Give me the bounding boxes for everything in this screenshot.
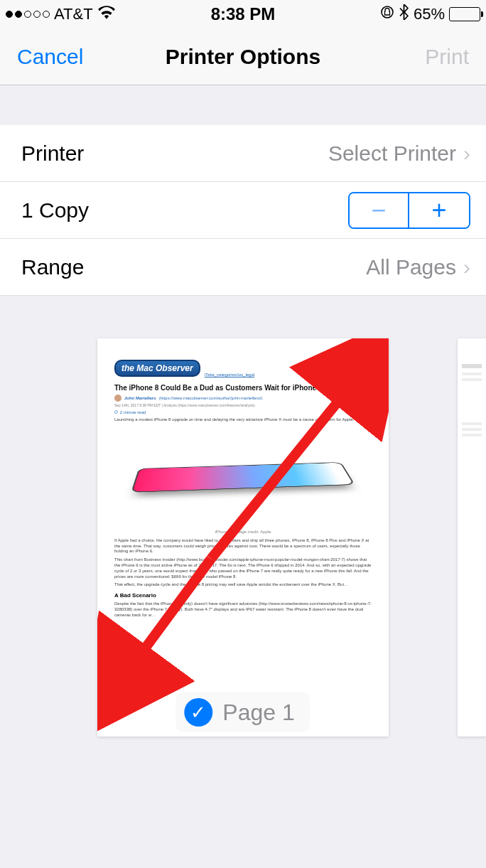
battery-icon [449, 7, 480, 21]
printer-value: Select Printer [328, 141, 456, 166]
article-headline: The iPhone 8 Could Be a Dud as Customers… [114, 384, 372, 392]
printer-row[interactable]: Printer Select Printer › [0, 125, 486, 182]
printer-label: Printer [21, 141, 84, 166]
author-avatar [114, 395, 122, 402]
cancel-button[interactable]: Cancel [17, 45, 83, 69]
paragraph: If Apple had a choice, the company would… [114, 538, 372, 554]
status-bar: AT&T 8:38 PM 65% [0, 0, 486, 28]
chevron-right-icon: › [463, 141, 470, 166]
chevron-right-icon: › [463, 255, 470, 279]
nav-bar: Cancel Printer Options Print [0, 28, 486, 85]
copies-stepper: − + [348, 192, 470, 229]
author-name: John Martellaro [124, 396, 156, 400]
range-label: Range [21, 255, 84, 279]
paragraph: That effect, the upgrade cycle and the i… [114, 582, 372, 588]
page-title: Printer Options [166, 45, 320, 69]
preview-area: the Mac Observer iTake_categories/ios_le… [0, 296, 486, 736]
image-caption: iPhone X. Image credit: Apple [114, 530, 372, 534]
group-spacer [0, 85, 486, 125]
range-value: All Pages [366, 255, 456, 279]
read-time: ⏱ 2 minute read [114, 410, 372, 414]
author-url: (https://www.macobserver.com/author/john… [159, 396, 263, 400]
subhead: A Bad Scenario [114, 592, 372, 599]
bluetooth-icon [399, 4, 409, 24]
status-right: 65% [380, 4, 480, 24]
page-badge: ✓ Page 1 [176, 692, 310, 732]
page-number-label: Page 1 [222, 700, 294, 726]
top-link: iTake_categories/ios_legal [205, 373, 254, 377]
battery-percent: 65% [414, 5, 445, 23]
signal-strength-icon [6, 11, 50, 18]
wifi-icon [97, 5, 116, 23]
paragraph: Despite the fact that the iPhone 8 (fami… [114, 601, 372, 618]
paragraph: This chart from Business Insider (http:/… [114, 557, 372, 579]
decrement-button[interactable]: − [350, 193, 409, 227]
carrier-label: AT&T [54, 5, 93, 23]
increment-button[interactable]: + [409, 193, 469, 227]
copies-row: 1 Copy − + [0, 182, 486, 239]
checkmark-icon[interactable]: ✓ [184, 698, 212, 727]
clock: 8:38 PM [211, 4, 276, 24]
status-left: AT&T [6, 5, 116, 23]
orientation-lock-icon [380, 5, 394, 23]
date-line: Sep 14th, 2017 8:38 PM EDT | Analysis (h… [114, 403, 372, 407]
lede: Launching a modest iPhone 8 upgrade on t… [114, 417, 372, 423]
print-button[interactable]: Print [425, 45, 469, 69]
range-row[interactable]: Range All Pages › [0, 239, 486, 296]
iphone-illustration [114, 430, 372, 523]
page-thumbnail[interactable]: the Mac Observer iTake_categories/ios_le… [97, 338, 389, 736]
copies-label: 1 Copy [21, 198, 89, 223]
page-thumbnail-next[interactable] [458, 338, 486, 736]
site-logo: the Mac Observer [114, 360, 200, 377]
